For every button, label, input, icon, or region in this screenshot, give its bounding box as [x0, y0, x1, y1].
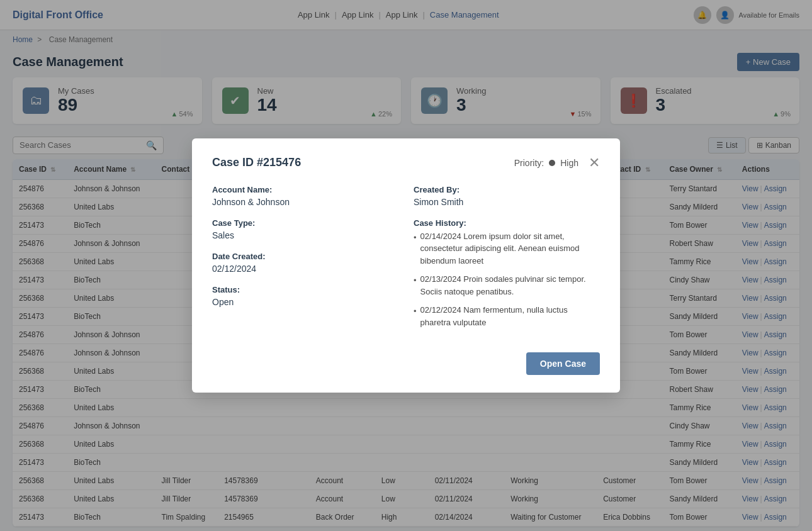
- priority-dot: [549, 160, 555, 166]
- priority-value: High: [560, 158, 578, 168]
- history-text: 02/13/2024 Proin sodales pulvinar sic te…: [420, 273, 600, 298]
- status-value: Open: [212, 297, 398, 307]
- account-name-label: Account Name:: [212, 185, 398, 194]
- history-text: 02/12/2024 Nam fermentum, nulla luctus p…: [420, 304, 600, 328]
- modal-case-type-section: Case Type: Sales: [212, 218, 398, 240]
- modal-body: Account Name: Johnson & Johnson Case Typ…: [212, 185, 600, 340]
- modal-header: Case ID #215476 Priority: High ✕: [212, 156, 600, 170]
- modal-created-by-section: Created By: Simon Smith: [414, 185, 600, 207]
- bullet: •: [414, 305, 417, 328]
- modal-title: Case ID #215476: [212, 156, 301, 169]
- modal-priority: Priority: High: [514, 158, 578, 168]
- modal-case-id-label: Case ID: [212, 156, 254, 169]
- status-label: Status:: [212, 285, 398, 294]
- modal-account-name-section: Account Name: Johnson & Johnson: [212, 185, 398, 207]
- history-item: •02/12/2024 Nam fermentum, nulla luctus …: [414, 304, 600, 328]
- open-case-button[interactable]: Open Case: [526, 352, 600, 375]
- modal-case-id-value: #215476: [257, 156, 301, 169]
- bullet: •: [414, 274, 417, 298]
- history-item: •02/13/2024 Proin sodales pulvinar sic t…: [414, 273, 600, 298]
- modal-left-col: Account Name: Johnson & Johnson Case Typ…: [212, 185, 398, 340]
- modal-history-list: •02/14/2024 Lorem ipsum dolor sit amet, …: [414, 230, 600, 329]
- modal-overlay[interactable]: Case ID #215476 Priority: High ✕ Account…: [0, 0, 812, 531]
- date-created-label: Date Created:: [212, 252, 398, 261]
- history-text: 02/14/2024 Lorem ipsum dolor sit amet, c…: [420, 230, 600, 267]
- history-item: •02/14/2024 Lorem ipsum dolor sit amet, …: [414, 230, 600, 267]
- modal-right-col: Created By: Simon Smith Case History: •0…: [414, 185, 600, 340]
- modal-status-section: Status: Open: [212, 285, 398, 307]
- modal-date-created-section: Date Created: 02/12/2024: [212, 252, 398, 274]
- modal-footer: Open Case: [212, 352, 600, 375]
- priority-label: Priority:: [514, 158, 544, 168]
- created-by-value: Simon Smith: [414, 197, 600, 207]
- bullet: •: [414, 232, 417, 267]
- case-history-label: Case History:: [414, 218, 600, 228]
- modal-close-button[interactable]: ✕: [589, 156, 600, 170]
- modal-dialog: Case ID #215476 Priority: High ✕ Account…: [192, 138, 620, 393]
- date-created-value: 02/12/2024: [212, 264, 398, 274]
- account-name-value: Johnson & Johnson: [212, 197, 398, 207]
- case-type-value: Sales: [212, 230, 398, 240]
- modal-case-history-section: Case History: •02/14/2024 Lorem ipsum do…: [414, 218, 600, 329]
- created-by-label: Created By:: [414, 185, 600, 194]
- case-type-label: Case Type:: [212, 218, 398, 228]
